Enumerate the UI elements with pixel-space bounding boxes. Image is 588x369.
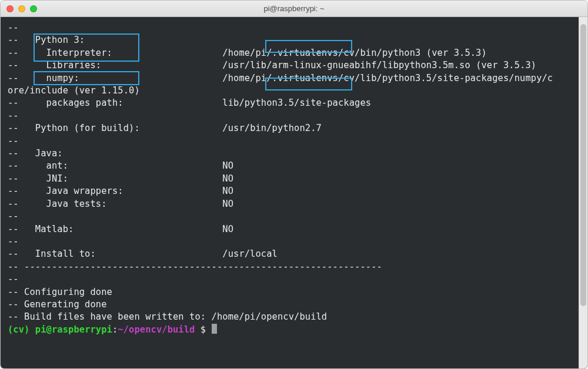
prompt-dollar: $	[195, 324, 211, 335]
output-line: --	[8, 274, 19, 284]
output-line: -- ant:	[8, 160, 68, 171]
output-line: --	[8, 236, 19, 247]
output-line: -- Generating done	[8, 299, 107, 310]
output-value: NO	[222, 160, 233, 171]
output-line: --	[8, 22, 19, 33]
output-value: /usr/bin/python2.7	[222, 123, 322, 133]
output-line: -- Java tests:	[8, 199, 107, 209]
prompt-path: ~/opencv/build	[118, 324, 195, 335]
output-line: -- Configuring done	[8, 287, 112, 297]
close-icon[interactable]	[6, 5, 14, 12]
window-title: pi@raspberrypi: ~	[1, 4, 587, 13]
output-value: NO	[222, 173, 233, 184]
output-line: -- -------------------------------------…	[8, 261, 382, 272]
scroll-thumb[interactable]	[580, 24, 586, 306]
maximize-icon[interactable]	[30, 5, 37, 12]
output-line: -- Install to:	[8, 249, 96, 259]
terminal-window: pi@raspberrypi: ~ -- -- Python 3: -- Int…	[0, 0, 588, 369]
minimize-icon[interactable]	[18, 5, 25, 12]
prompt-venv: (cv)	[8, 324, 35, 335]
output-value: NO	[222, 199, 233, 209]
output-line: -- Java:	[8, 148, 63, 159]
scrollbar[interactable]	[579, 17, 587, 368]
output-value: /usr/lib/arm-linux-gnueabihf/libpython3.…	[222, 60, 536, 71]
output-line: -- Interpreter:	[8, 48, 112, 58]
output-value: /home/pi/.virtualenvs/cv/bin/python3 (ve…	[222, 48, 487, 58]
terminal-output[interactable]: -- -- Python 3: -- Interpreter: /home/pi…	[1, 17, 579, 368]
window-controls	[6, 5, 37, 12]
terminal-body-wrap: -- -- Python 3: -- Interpreter: /home/pi…	[1, 17, 587, 368]
prompt-colon: :	[112, 324, 118, 335]
output-line: --	[8, 110, 19, 121]
output-line: -- Java wrappers:	[8, 186, 123, 196]
output-line: -- numpy:	[8, 73, 79, 83]
output-line: -- packages path:	[8, 98, 123, 108]
output-line: -- Libraries:	[8, 60, 101, 71]
output-line: --	[8, 136, 19, 146]
prompt-user: pi@raspberrypi	[35, 324, 112, 335]
output-line: -- Python 3:	[8, 35, 85, 45]
titlebar[interactable]: pi@raspberrypi: ~	[1, 1, 587, 17]
output-line: --	[8, 211, 19, 222]
output-value: NO	[222, 224, 233, 234]
output-value: /home/pi/.virtualenvs/cv/lib/python3.5/s…	[222, 73, 553, 83]
output-line: -- JNI:	[8, 173, 68, 184]
output-value: NO	[222, 186, 233, 196]
output-value: lib/python3.5/site-packages	[222, 98, 371, 108]
output-value: /usr/local	[222, 249, 278, 259]
output-line: -- Python (for build):	[8, 123, 140, 133]
cursor-icon	[212, 324, 217, 334]
output-line: -- Build files have been written to: /ho…	[8, 311, 327, 322]
output-line: -- Matlab:	[8, 224, 74, 234]
output-line: ore/include (ver 1.15.0)	[8, 85, 140, 96]
